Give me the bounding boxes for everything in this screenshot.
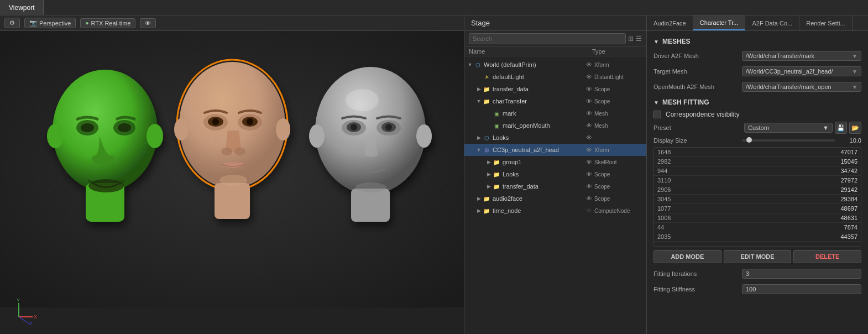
- data-table-row[interactable]: 447874: [654, 223, 861, 232]
- data-row-col1: 2982: [654, 157, 698, 166]
- preset-folder-button[interactable]: 📂: [849, 122, 861, 134]
- svg-point-21: [221, 148, 232, 155]
- stage-search-input[interactable]: [469, 33, 626, 44]
- tree-item-defaultLight-eye[interactable]: 👁: [583, 74, 594, 80]
- delete-button[interactable]: DELETE: [793, 250, 861, 263]
- tree-item-Looks2-eye[interactable]: 👁: [583, 171, 594, 178]
- expand-Looks[interactable]: ▶: [475, 134, 482, 141]
- filter-icon[interactable]: ⊞: [628, 35, 634, 43]
- tree-item-world[interactable]: ▼ ⬡ World (defaultPrim) 👁 Xform: [464, 59, 646, 71]
- display-size-slider[interactable]: [742, 139, 835, 142]
- tree-item-mark[interactable]: ▣ mark 👁 Mesh: [464, 107, 646, 119]
- expand-CC3p[interactable]: ▼: [475, 147, 482, 153]
- expand-transfer_data2[interactable]: ▶: [485, 183, 492, 190]
- tree-item-mark_openMouth-eye[interactable]: 👁: [583, 122, 594, 129]
- expand-transfer_data[interactable]: ▶: [475, 86, 482, 92]
- openmouth-mesh-arrow: ▼: [852, 84, 857, 90]
- eye-button[interactable]: 👁: [140, 18, 156, 28]
- tree-item-Looks2[interactable]: ▶ 📁 Looks 👁 Scope: [464, 168, 646, 180]
- data-row-col1: 2035: [654, 232, 698, 242]
- correspondence-label: Correspondence visibility: [666, 111, 739, 118]
- tab-audio2face[interactable]: Audio2Face: [647, 15, 693, 30]
- viewport-canvas[interactable]: FPS: 106.50, Frame time: 9.39 ms: [0, 31, 464, 334]
- expand-defaultLight[interactable]: [475, 74, 482, 80]
- folder-icon-2: 📁: [482, 97, 491, 106]
- preset-save-button[interactable]: 💾: [835, 122, 847, 134]
- viewport-tab[interactable]: Viewport: [0, 0, 44, 15]
- expand-mark_openMouth[interactable]: [485, 122, 492, 129]
- correspondence-checkbox[interactable]: [653, 111, 661, 118]
- camera-button[interactable]: 📷 Perspective: [24, 18, 76, 28]
- tree-item-transfer_data-eye[interactable]: 👁: [583, 86, 594, 92]
- tree-item-transfer_data[interactable]: ▶ 📁 transfer_data 👁 Scope: [464, 83, 646, 95]
- preset-dropdown[interactable]: Custom ▼: [744, 123, 833, 133]
- right-panel-content: ▼ MESHES Driver A2F Mesh /World/charTran…: [647, 31, 868, 334]
- tree-item-charTransfer[interactable]: ▼ 📁 charTransfer 👁 Scope: [464, 95, 646, 107]
- expand-audio2face[interactable]: ▶: [475, 195, 482, 202]
- tab-a2f-data[interactable]: A2F Data Co...: [745, 15, 799, 30]
- fitting-stiffness-value[interactable]: 100: [742, 284, 861, 294]
- tree-item-transfer_data2[interactable]: ▶ 📁 transfer_data 👁 Scope: [464, 180, 646, 192]
- tree-item-transfer_data2-label: transfer_data: [503, 183, 583, 190]
- svg-rect-25: [351, 189, 390, 222]
- folder-icon-6: 📁: [482, 194, 491, 203]
- tree-item-Looks[interactable]: ▶ ⬡ Looks 👁: [464, 132, 646, 144]
- expand-world[interactable]: ▼: [467, 61, 473, 68]
- tree-item-transfer_data2-eye[interactable]: 👁: [583, 183, 594, 190]
- tree-item-world-eye[interactable]: 👁: [583, 61, 594, 68]
- tree-item-mark_openMouth[interactable]: ▣ mark_openMouth 👁 Mesh: [464, 119, 646, 132]
- expand-charTransfer[interactable]: ▼: [475, 98, 482, 105]
- stage-panel: Stage ⊞ ☰ Name Type ▼ ⬡ World (defaultPr…: [464, 15, 647, 334]
- display-size-handle[interactable]: [746, 137, 752, 143]
- fitting-iterations-value[interactable]: 3: [742, 269, 861, 279]
- data-table-row[interactable]: 298215045: [654, 157, 861, 166]
- tree-item-CC3p[interactable]: ▼ ⊞ CC3p_neutral_a2f_head 👁 Xform: [464, 144, 646, 156]
- rtx-dot-icon: ●: [85, 20, 88, 26]
- expand-time_node[interactable]: ▶: [475, 207, 482, 214]
- expand-mark[interactable]: [485, 110, 492, 117]
- data-table-row[interactable]: 94434742: [654, 166, 861, 176]
- tab-character-transfer[interactable]: Character Tr...: [693, 15, 746, 30]
- stage-header: Stage: [464, 15, 646, 31]
- tree-item-group1-eye[interactable]: 👁: [583, 159, 594, 165]
- menu-icon[interactable]: ☰: [636, 35, 642, 43]
- edit-mode-button[interactable]: EDIT MODE: [724, 250, 792, 263]
- tree-item-Looks-eye[interactable]: 👁: [583, 134, 594, 141]
- tree-item-time_node[interactable]: ▶ 📁 time_node 👁 ComputeNode: [464, 205, 646, 217]
- delete-label: DELETE: [815, 253, 839, 260]
- settings-button[interactable]: ⚙: [4, 18, 20, 28]
- data-table-row[interactable]: 203544357: [654, 232, 861, 242]
- tab-render-settings[interactable]: Render Setti...: [799, 15, 852, 30]
- tree-item-CC3p-eye[interactable]: 👁: [583, 147, 594, 153]
- driver-mesh-row: Driver A2F Mesh /World/charTransfer/mark…: [653, 50, 861, 62]
- viewport-axes: X Y Z: [13, 298, 41, 325]
- data-table-row[interactable]: 290629142: [654, 185, 861, 195]
- tree-item-audio2face-eye[interactable]: 👁: [583, 195, 594, 202]
- tree-item-audio2face[interactable]: ▶ 📁 audio2face 👁 Scope: [464, 192, 646, 205]
- perspective-label: Perspective: [39, 20, 71, 27]
- tree-item-group1[interactable]: ▶ 📁 group1 👁 SkelRoot: [464, 156, 646, 168]
- data-table-row[interactable]: 311027972: [654, 176, 861, 185]
- stage-title: Stage: [471, 19, 490, 27]
- driver-mesh-arrow: ▼: [852, 53, 857, 59]
- rtx-button[interactable]: ● RTX Real-time: [80, 18, 135, 28]
- driver-mesh-value[interactable]: /World/charTransfer/mark ▼: [742, 51, 861, 61]
- data-table-row[interactable]: 304529384: [654, 195, 861, 204]
- data-table-row[interactable]: 107748697: [654, 204, 861, 213]
- data-table-row[interactable]: 100648631: [654, 213, 861, 223]
- expand-Looks2[interactable]: ▶: [485, 171, 492, 178]
- data-table-row[interactable]: 164847017: [654, 148, 861, 157]
- data-row-col2: 48697: [698, 204, 861, 213]
- tree-item-charTransfer-eye[interactable]: 👁: [583, 98, 594, 105]
- tree-item-group1-label: group1: [503, 159, 583, 165]
- data-table-scroll[interactable]: 1648470172982150459443474231102797229062…: [653, 147, 861, 247]
- mesh-icon-2: ▣: [492, 121, 501, 130]
- add-mode-button[interactable]: ADD MODE: [653, 250, 721, 263]
- tab-render-settings-label: Render Setti...: [806, 20, 845, 27]
- openmouth-mesh-value[interactable]: /World/charTransfer/mark_open ▼: [742, 82, 861, 92]
- expand-group1[interactable]: ▶: [485, 159, 492, 165]
- tree-item-defaultLight[interactable]: ☀ defaultLight 👁 DistantLight: [464, 71, 646, 83]
- target-mesh-value[interactable]: /World/CC3p_neutral_a2f_head/ ▼: [742, 66, 861, 76]
- right-panel-tabs: Audio2Face Character Tr... A2F Data Co..…: [647, 15, 868, 31]
- tree-item-mark-eye[interactable]: 👁: [583, 110, 594, 117]
